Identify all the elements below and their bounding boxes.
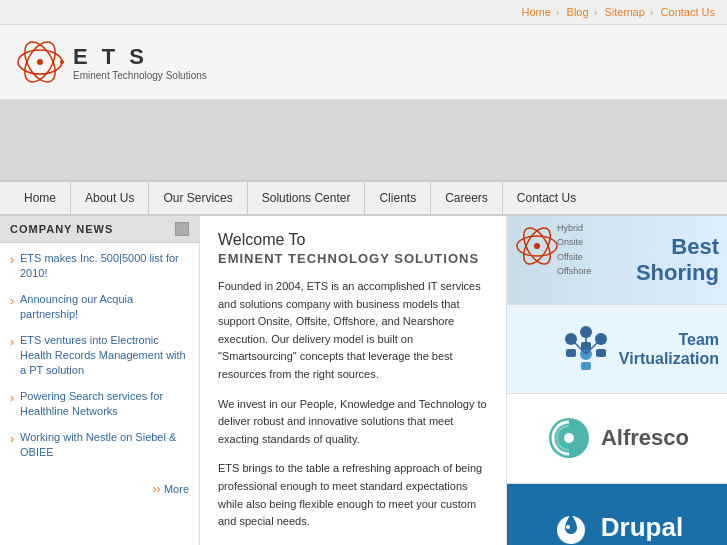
- content-area: Welcome To EMINENT TECHNOLOGY SOLUTIONS …: [200, 216, 507, 545]
- sep2: ›: [594, 6, 598, 18]
- logo-text: E T S Eminent Technology Solutions: [73, 44, 207, 81]
- content-para3: ETS brings to the table a refreshing app…: [218, 460, 488, 530]
- hybrid-atom-icon: [512, 221, 562, 271]
- right-panel: Hybrid Onsite Offsite Offshore Best Shor…: [507, 216, 727, 545]
- svg-rect-19: [581, 362, 591, 370]
- nav-item-clients[interactable]: Clients: [365, 180, 431, 216]
- sidebar-scroll[interactable]: [175, 222, 189, 236]
- hybrid-labels: Hybrid Onsite Offsite Offshore: [557, 221, 591, 279]
- list-item: ETS ventures into Electronic Health Reco…: [10, 333, 189, 379]
- nav-blog-link[interactable]: Blog: [567, 6, 589, 18]
- svg-rect-18: [596, 349, 606, 357]
- logo-subtitle: Eminent Technology Solutions: [73, 70, 207, 81]
- nav-sitemap-link[interactable]: Sitemap: [604, 6, 644, 18]
- drupal-panel[interactable]: Drupal: [507, 484, 727, 545]
- svg-rect-16: [566, 349, 576, 357]
- team-virt-text: Team Virtualization: [619, 330, 719, 368]
- alfresco-text: Alfresco: [601, 425, 689, 451]
- hybrid-label-offsite: Offsite: [557, 250, 591, 264]
- hybrid-best-shoring[interactable]: Hybrid Onsite Offsite Offshore Best Shor…: [507, 216, 727, 305]
- team-line2: Virtualization: [619, 349, 719, 368]
- sidebar-more-link[interactable]: More: [164, 483, 189, 495]
- sep3: ›: [650, 6, 654, 18]
- team-virtualization[interactable]: Team Virtualization: [507, 305, 727, 394]
- hybrid-label-offshore: Offshore: [557, 264, 591, 278]
- news-link-3[interactable]: ETS ventures into Electronic Health Reco…: [20, 334, 186, 377]
- list-item: Powering Search services for Healthline …: [10, 389, 189, 420]
- content-para2: We invest in our People, Knowledge and T…: [218, 396, 488, 449]
- top-bar: Home › Blog › Sitemap › Contact Us: [0, 0, 727, 25]
- best-shoring-text: Best Shoring: [636, 234, 719, 286]
- sidebar-title: COMPANY NEWS: [10, 223, 113, 235]
- nav-item-services[interactable]: Our Services: [149, 180, 247, 216]
- best-label: Best: [636, 234, 719, 260]
- welcome-title: Welcome To: [218, 231, 488, 249]
- nav-item-careers[interactable]: Careers: [431, 180, 503, 216]
- nav-home-link[interactable]: Home: [521, 6, 550, 18]
- logo-icon: [15, 37, 65, 87]
- sidebar-news: ETS makes Inc. 500|5000 list for 2010! A…: [0, 243, 199, 478]
- svg-rect-17: [581, 342, 591, 350]
- sidebar-more: More: [0, 478, 199, 504]
- news-link-5[interactable]: Working with Nestle on Siebel & OBIEE: [20, 431, 176, 458]
- svg-point-4: [60, 60, 64, 64]
- main-nav: Home About Us Our Services Solutions Cen…: [0, 180, 727, 216]
- company-name: EMINENT TECHNOLOGY SOLUTIONS: [218, 251, 488, 266]
- list-item: Working with Nestle on Siebel & OBIEE: [10, 430, 189, 461]
- svg-point-8: [534, 243, 540, 249]
- logo-ets: E T S: [73, 44, 207, 70]
- sidebar: COMPANY NEWS ETS makes Inc. 500|5000 lis…: [0, 216, 200, 545]
- main-content: COMPANY NEWS ETS makes Inc. 500|5000 lis…: [0, 216, 727, 545]
- alfresco-icon: [545, 414, 593, 462]
- team-icon: [561, 324, 611, 374]
- list-item: Announcing our Acquia partnership!: [10, 292, 189, 323]
- shoring-label: Shoring: [636, 260, 719, 286]
- list-item: ETS makes Inc. 500|5000 list for 2010!: [10, 251, 189, 282]
- news-link-4[interactable]: Powering Search services for Healthline …: [20, 390, 163, 417]
- sidebar-header: COMPANY NEWS: [0, 216, 199, 243]
- nav-contact-link[interactable]: Contact Us: [661, 6, 715, 18]
- svg-point-23: [566, 525, 570, 529]
- gray-space: [0, 100, 727, 180]
- team-line1: Team: [619, 330, 719, 349]
- nav-item-home[interactable]: Home: [10, 180, 71, 216]
- news-link-1[interactable]: ETS makes Inc. 500|5000 list for 2010!: [20, 252, 179, 279]
- nav-item-contact[interactable]: Contact Us: [503, 180, 590, 216]
- hybrid-label-hybrid: Hybrid: [557, 221, 591, 235]
- alfresco-panel[interactable]: Alfresco: [507, 394, 727, 483]
- sep1: ›: [556, 6, 560, 18]
- nav-item-about[interactable]: About Us: [71, 180, 149, 216]
- content-para1: Founded in 2004, ETS is an accomplished …: [218, 278, 488, 384]
- svg-point-21: [564, 433, 574, 443]
- nav-item-solutions[interactable]: Solutions Center: [248, 180, 366, 216]
- logo-area: E T S Eminent Technology Solutions: [15, 37, 207, 87]
- hybrid-label-onsite: Onsite: [557, 235, 591, 249]
- svg-point-3: [37, 59, 43, 65]
- drupal-icon: [551, 508, 591, 545]
- drupal-text: Drupal: [601, 512, 683, 543]
- header: E T S Eminent Technology Solutions: [0, 25, 727, 100]
- news-link-2[interactable]: Announcing our Acquia partnership!: [20, 293, 133, 320]
